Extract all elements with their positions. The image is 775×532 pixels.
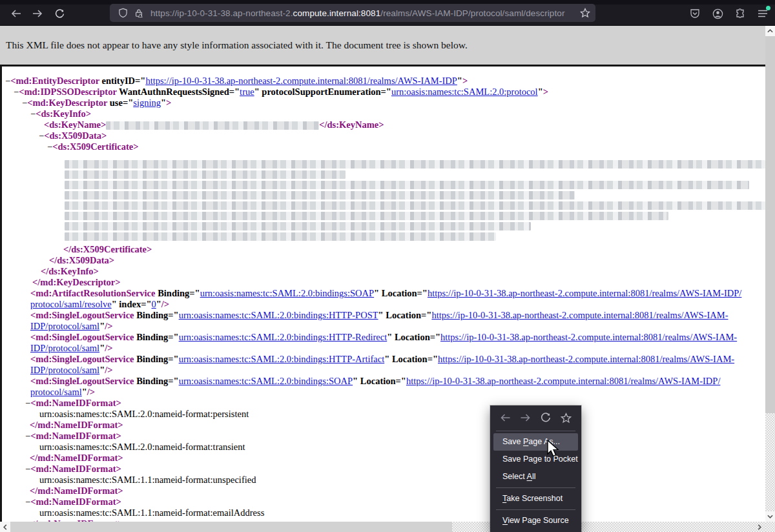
back-button[interactable] xyxy=(8,5,25,22)
xml-tag: <md:SingleLogoutService xyxy=(30,354,134,364)
xml-text: " xyxy=(156,299,161,309)
scroll-left-button[interactable] xyxy=(0,522,10,532)
xml-line: </md:NameIDFormat> xyxy=(2,486,765,496)
horizontal-scrollbar[interactable] xyxy=(0,522,765,532)
forward-button[interactable] xyxy=(29,5,46,22)
xml-line: </md:NameIDFormat> xyxy=(2,453,765,464)
xml-attribute-value: IDP/protocol/saml xyxy=(30,365,99,375)
xml-tag: </ds:X509Data> xyxy=(49,255,114,265)
xml-tag: </md:NameIDFormat> xyxy=(30,453,123,463)
xml-line xyxy=(2,220,765,230)
xml-tag: </ds:KeyName> xyxy=(319,119,384,130)
account-icon xyxy=(712,8,723,19)
bookmark-star-button[interactable] xyxy=(580,8,590,18)
xml-line xyxy=(2,168,765,178)
context-reload-button[interactable] xyxy=(538,410,553,425)
xml-text: urn:oasis:names:tc:SAML:1.1:nameid-forma… xyxy=(39,475,256,485)
vertical-scrollbar[interactable] xyxy=(765,26,775,532)
xml-tag: <md:ArtifactResolutionService xyxy=(30,288,156,298)
menu-item-save-page-to-pocket[interactable]: Save Page to Pocket xyxy=(493,451,578,468)
xml-line: urn:oasis:names:tc:SAML:2.0:nameid-forma… xyxy=(2,442,765,453)
xml-attribute-name: Location= xyxy=(384,310,427,320)
lock-warning-icon[interactable] xyxy=(134,8,143,18)
collapse-marker[interactable]: − xyxy=(25,464,30,474)
xml-line: −<md:NameIDFormat> xyxy=(2,398,765,409)
menu-separator xyxy=(496,431,575,431)
back-icon xyxy=(500,413,511,422)
xml-tag: /> xyxy=(161,299,169,309)
collapse-marker[interactable]: − xyxy=(5,76,10,86)
forward-icon xyxy=(520,413,531,422)
app-menu-button[interactable] xyxy=(754,5,771,22)
collapse-marker[interactable]: − xyxy=(22,97,27,108)
xml-line: </md:NameIDFormat> xyxy=(2,420,765,431)
collapse-marker[interactable]: − xyxy=(14,87,19,97)
page-content: This XML file does not appear to have an… xyxy=(0,26,775,532)
xml-text: urn:oasis:names:tc:SAML:1.1:nameid-forma… xyxy=(39,507,264,518)
xml-line xyxy=(2,230,765,240)
xml-text: " xyxy=(435,332,440,342)
vertical-scrollbar-thumb[interactable] xyxy=(765,36,775,413)
xml-line xyxy=(2,158,765,168)
scroll-right-button[interactable] xyxy=(754,522,765,532)
xml-line: −<md:KeyDescriptor use="signing"> xyxy=(2,97,765,108)
xml-text: urn:oasis:names:tc:SAML:2.0:nameid-forma… xyxy=(39,409,249,419)
xml-tag: /> xyxy=(87,387,95,397)
xml-text: " xyxy=(457,76,462,86)
scrollbar-corner xyxy=(765,522,775,532)
collapse-marker[interactable]: − xyxy=(30,108,36,119)
xml-text: " xyxy=(99,321,105,331)
menu-item-select-all[interactable]: Select All xyxy=(493,468,578,486)
context-back-button[interactable] xyxy=(498,410,513,425)
xml-tag: <md:NameIDFormat> xyxy=(30,398,121,408)
context-menu-nav-row xyxy=(490,407,581,429)
context-bookmark-button[interactable] xyxy=(558,410,574,425)
chevron-down-icon xyxy=(767,515,773,518)
back-icon xyxy=(11,9,21,18)
scroll-down-button[interactable] xyxy=(765,511,775,522)
xml-attribute-value: https://ip-10-0-31-38.ap-northeast-2.com… xyxy=(431,310,728,320)
menu-item-take-screenshot[interactable]: Take Screenshot xyxy=(493,490,578,507)
collapse-marker[interactable]: − xyxy=(39,130,44,141)
xml-line: </ds:X509Data> xyxy=(2,255,765,266)
bookmark-star-icon xyxy=(561,413,572,424)
menu-separator xyxy=(496,509,575,510)
xml-line: protocol/saml"/> xyxy=(2,387,765,398)
horizontal-scrollbar-thumb[interactable] xyxy=(10,522,452,532)
xml-attribute-value: urn:oasis:names:tc:SAML:2.0:bindings:HTT… xyxy=(179,332,388,342)
xml-text: " xyxy=(146,299,151,309)
account-button[interactable] xyxy=(709,5,726,22)
collapse-marker[interactable]: − xyxy=(47,141,52,152)
pocket-icon xyxy=(690,8,700,19)
reload-button[interactable] xyxy=(51,5,68,22)
scroll-up-button[interactable] xyxy=(765,26,775,36)
xml-tag: > xyxy=(166,97,171,108)
xml-line: urn:oasis:names:tc:SAML:2.0:nameid-forma… xyxy=(2,409,765,420)
redacted-certificate-data xyxy=(65,232,496,241)
xml-text: " xyxy=(161,97,166,108)
menu-item-view-page-source[interactable]: View Page Source xyxy=(493,512,578,529)
collapse-marker[interactable]: − xyxy=(25,398,30,408)
xml-line xyxy=(2,152,765,158)
xml-attribute-name: Binding= xyxy=(134,310,174,320)
xml-tag: <ds:X509Data> xyxy=(44,130,107,141)
chevron-left-icon xyxy=(3,524,7,530)
xml-tag: </md:NameIDFormat> xyxy=(30,486,123,496)
extensions-icon xyxy=(735,8,745,19)
xml-tag: <md:SingleLogoutService xyxy=(30,376,134,386)
extensions-button[interactable] xyxy=(732,5,749,22)
forward-icon xyxy=(32,9,43,18)
tracking-shield-icon[interactable] xyxy=(118,8,128,18)
url-bar[interactable]: https://ip-10-0-31-38.ap-northeast-2.com… xyxy=(110,4,595,22)
xml-attribute-name: Location= xyxy=(389,354,433,364)
menu-item-save-page-as[interactable]: Save Page As... xyxy=(493,433,578,451)
xml-line: IDP/protocol/saml"/> xyxy=(2,321,765,332)
vertical-scrollbar-track[interactable] xyxy=(765,413,775,511)
context-forward-button[interactable] xyxy=(518,410,533,425)
collapse-marker[interactable]: − xyxy=(25,496,30,507)
pocket-button[interactable] xyxy=(687,5,703,22)
xml-attribute-value: protocol/saml/resolve xyxy=(30,299,112,309)
xml-tag: <ds:KeyName> xyxy=(44,119,106,130)
xml-line xyxy=(2,189,765,199)
collapse-marker[interactable]: − xyxy=(25,431,30,441)
